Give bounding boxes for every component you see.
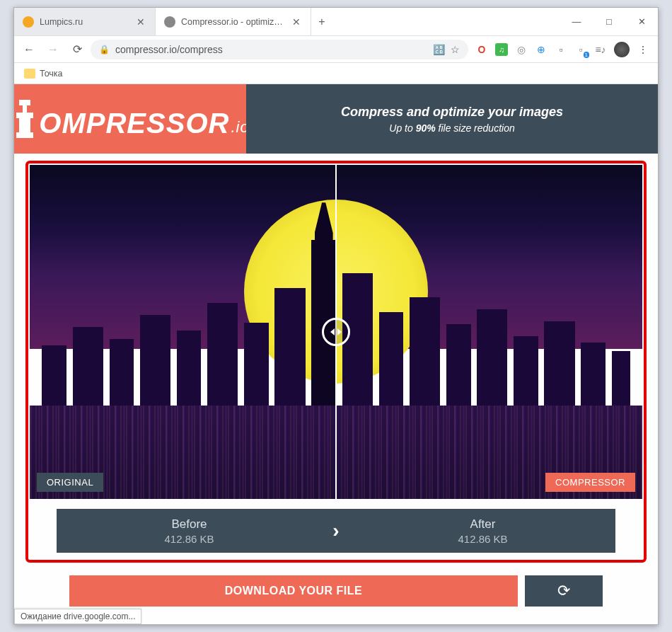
forward-button[interactable]: → — [42, 39, 64, 60]
slogan-sub: Up to 90% file size reduction — [389, 122, 514, 134]
maximize-button[interactable]: □ — [593, 8, 625, 35]
extension-icon[interactable]: ▫ — [555, 43, 567, 56]
tab-lumpics[interactable]: Lumpics.ru ✕ — [14, 8, 156, 35]
close-window-button[interactable]: ✕ — [625, 8, 658, 35]
extension-icon[interactable]: ◎ — [515, 43, 528, 56]
status-bar: Ожидание drive.google.com... — [14, 609, 141, 624]
favicon-icon — [23, 16, 34, 28]
after-value: 412.86 KB — [458, 533, 507, 545]
slogan: Compress and optimize your images Up to … — [246, 84, 658, 154]
arrow-right-icon: › — [322, 519, 350, 542]
size-before: Before 412.86 KB — [57, 517, 322, 545]
folder-icon — [24, 69, 35, 79]
after-label: After — [470, 517, 496, 532]
extension-icon[interactable]: ♫ — [495, 43, 508, 56]
size-after: After 412.86 KB — [350, 517, 615, 545]
before-value: 412.86 KB — [164, 533, 214, 545]
window-controls: — □ ✕ — [560, 8, 658, 35]
close-tab-icon[interactable]: ✕ — [291, 16, 302, 28]
download-row: DOWNLOAD YOUR FILE ⟳ — [69, 575, 603, 607]
extension-icon[interactable]: O — [475, 43, 488, 56]
extension-icon[interactable]: ⊕ — [535, 43, 548, 56]
logo[interactable]: OMPRESSOR.io — [14, 84, 246, 154]
svg-rect-1 — [23, 105, 27, 113]
titlebar: Lumpics.ru ✕ Compressor.io - optimize an… — [14, 8, 658, 36]
compressor-label: COMPRESSOR — [545, 473, 635, 492]
url-text: compressor.io/compress — [115, 44, 427, 55]
minimize-button[interactable]: — — [560, 8, 593, 35]
retry-button[interactable]: ⟳ — [525, 575, 603, 607]
highlight-annotation: ORIGINAL COMPRESSOR Before 412.86 KB › A… — [25, 161, 647, 563]
logo-text: OMPRESSOR.io — [14, 98, 250, 139]
site-header: OMPRESSOR.io Compress and optimize your … — [14, 84, 658, 154]
logo-clamp-icon — [14, 98, 39, 139]
before-label: Before — [171, 517, 207, 532]
slogan-main: Compress and optimize your images — [341, 105, 563, 120]
tab-title: Lumpics.ru — [40, 17, 129, 27]
new-tab-button[interactable]: + — [311, 8, 332, 35]
size-comparison-bar: Before 412.86 KB › After 412.86 KB — [57, 509, 615, 553]
address-bar: ← → ⟳ 🔒 compressor.io/compress 🔠 ☆ O ♫ ◎… — [14, 36, 658, 63]
translate-icon[interactable]: 🔠 — [433, 44, 445, 55]
bookmarks-bar: Точка — [14, 63, 658, 84]
image-compare[interactable]: ORIGINAL COMPRESSOR — [30, 165, 642, 499]
reload-button[interactable]: ⟳ — [66, 39, 88, 60]
extension-icon[interactable]: ▫1 — [574, 43, 587, 56]
lock-icon: 🔒 — [99, 45, 110, 54]
page-content: OMPRESSOR.io Compress and optimize your … — [14, 84, 658, 624]
url-input[interactable]: 🔒 compressor.io/compress 🔠 ☆ — [91, 40, 468, 59]
download-button[interactable]: DOWNLOAD YOUR FILE — [69, 575, 518, 607]
compare-slider-handle[interactable] — [322, 318, 350, 346]
star-icon[interactable]: ☆ — [451, 44, 460, 55]
bookmark-item[interactable]: Точка — [40, 69, 63, 79]
browser-window: Lumpics.ru ✕ Compressor.io - optimize an… — [13, 7, 659, 625]
extension-icon[interactable]: ≡♪ — [594, 43, 607, 56]
favicon-icon — [164, 16, 175, 28]
back-button[interactable]: ← — [18, 39, 40, 60]
original-label: ORIGINAL — [37, 473, 103, 492]
tab-compressor[interactable]: Compressor.io - optimize and co ✕ — [156, 8, 311, 35]
menu-button[interactable]: ⋮ — [637, 43, 649, 56]
extension-icons: O ♫ ◎ ⊕ ▫ ▫1 ≡♪ ⋮ — [471, 42, 654, 57]
svg-rect-0 — [19, 100, 30, 105]
tab-title: Compressor.io - optimize and co — [181, 17, 285, 27]
avatar[interactable] — [614, 42, 630, 57]
close-tab-icon[interactable]: ✕ — [135, 16, 146, 28]
